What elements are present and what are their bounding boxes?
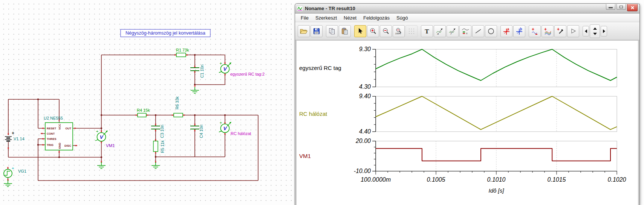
pin-out: OUT (65, 127, 71, 130)
autoscale-a-button[interactable]: a (434, 25, 446, 37)
cursor-b-button[interactable]: b (513, 25, 525, 37)
svg-text:+: + (557, 27, 560, 32)
close-button[interactable] (627, 4, 638, 11)
tool-group-3: Ta?x (421, 25, 497, 37)
svg-text:100%: 100% (395, 32, 401, 35)
meter2-plus: + (220, 120, 222, 125)
zoom-in-button[interactable] (367, 25, 379, 37)
r1-label: R1 73k (176, 48, 189, 52)
open-button[interactable] (298, 25, 310, 37)
ground-icon (97, 162, 106, 169)
component-vm1[interactable]: V + VM1 (95, 129, 115, 148)
add-remove-curve-button[interactable]: + (529, 25, 541, 37)
schematic-canvas[interactable]: Négyszög-háromszög jel konvertálása R1 7… (0, 0, 295, 205)
component-r5[interactable]: R5 11k (153, 140, 165, 153)
add-remove-curve-icon: + (531, 27, 539, 35)
zoom-out-button[interactable] (380, 25, 392, 37)
component-v1[interactable]: + V1 14 (5, 131, 24, 141)
probe-icon: + (556, 27, 564, 35)
svg-text:T: T (425, 27, 429, 35)
legend-button[interactable]: x (459, 25, 471, 37)
autoscale-q-button[interactable]: ? (447, 25, 459, 37)
open-icon (300, 27, 308, 35)
y-tick-label: -10.00 (354, 168, 371, 174)
component-meter-rc-network[interactable]: V + RC hálózat (219, 120, 251, 136)
paste-button[interactable] (339, 25, 351, 37)
title-bar[interactable]: Noname - TR result10 (295, 4, 639, 14)
plot-area[interactable]: 9.304.30egyszerű RC tag9.404.40RC hálóza… (297, 41, 638, 205)
curve-label-0: egyszerű RC tag (299, 65, 341, 71)
component-vg1[interactable]: + VG1 (4, 166, 26, 178)
terminal-marks (7, 54, 226, 181)
minimize-icon (609, 7, 613, 8)
save-button[interactable] (311, 25, 323, 37)
tool-group-6 (583, 24, 607, 38)
menu-item-3[interactable]: Feldolgozás (360, 14, 393, 22)
y-tick-label: 9.40 (359, 93, 371, 99)
ellipse-icon (487, 27, 495, 35)
plot-1: 9.404.40RC hálózat (299, 93, 617, 135)
pin-disc: DISC (64, 144, 72, 147)
probe-button[interactable]: + (554, 25, 566, 37)
x-axis-title: Idô [s] (489, 187, 505, 194)
r5-label: R5 11k (160, 140, 165, 153)
pin-vcc: VCC (58, 124, 61, 130)
text-icon: T (423, 27, 431, 35)
text-button[interactable]: T (421, 25, 433, 37)
y-tick-label: 4.40 (359, 128, 371, 135)
component-c4[interactable]: C4 10n (190, 125, 203, 138)
nav-scroll-button[interactable] (590, 24, 600, 38)
v1-label: V1 14 (14, 137, 24, 141)
meter-plus: + (220, 61, 222, 65)
y-tick-label: 9.30 (359, 46, 371, 52)
component-meter-rc-tag[interactable]: V + egyszerű RC tag:2 (219, 61, 265, 76)
schematic-caption-box[interactable]: Négyszög-háromszög jel konvertálása (121, 29, 210, 37)
grid-button[interactable] (405, 25, 418, 37)
line-icon (474, 27, 482, 35)
grid-icon (408, 27, 415, 35)
copy-button[interactable] (326, 25, 338, 37)
x-tick-label: 0.1010 (487, 176, 506, 183)
restore-icon (620, 6, 623, 8)
menu-item-0[interactable]: File (297, 14, 312, 22)
meter-rc-tag-label: egyszerű RC tag:2 (230, 72, 265, 76)
ellipse-button[interactable] (485, 25, 497, 37)
menu-item-4[interactable]: Súgó (393, 14, 411, 22)
line-button[interactable] (472, 25, 484, 37)
add-curves-button[interactable]: + (542, 25, 554, 37)
cursor-button[interactable] (354, 25, 366, 37)
component-c1[interactable]: C1 10n (190, 65, 204, 78)
add-curves-icon: + (543, 27, 552, 35)
component-u2-ne555[interactable]: U2 NE555 RESET CONT THRES TRIG OUT DISC … (44, 116, 73, 150)
component-r6[interactable]: R6 33k (174, 96, 183, 117)
minimize-button[interactable] (606, 4, 615, 10)
cursor-a-button[interactable]: a (500, 25, 512, 37)
autoscale-a-icon: a (436, 27, 444, 35)
marker-button[interactable] (567, 25, 579, 37)
menu-item-1[interactable]: Szerkeszt (312, 14, 340, 22)
nav-prev-icon (584, 29, 588, 33)
svg-text:b: b (520, 27, 522, 31)
x-axis: 100.0000m0.10050.10100.10150.1020Idô [s] (361, 171, 626, 194)
restore-button[interactable] (616, 4, 626, 10)
marker-icon (569, 27, 577, 35)
nav-next-icon (602, 29, 606, 33)
plot-0: 9.304.30egyszerű RC tag (299, 46, 617, 90)
tr-result-window: Noname - TR result10 FileSzerkesztNézetF… (295, 3, 640, 205)
vm1-v-letter: V (100, 134, 104, 140)
schematic-caption: Négyszög-háromszög jel konvertálása (125, 30, 205, 36)
meter2-v-letter: V (223, 126, 227, 131)
v1-plus: + (12, 131, 14, 136)
tool-group-0 (298, 25, 323, 37)
nav-next-button[interactable] (601, 26, 607, 36)
legend-icon: x (461, 27, 470, 35)
app-icon (297, 6, 303, 11)
paste-icon (341, 27, 349, 35)
autoscale-q-icon: ? (448, 27, 457, 35)
menu-item-2[interactable]: Nézet (340, 14, 360, 22)
nav-prev-button[interactable] (583, 26, 589, 36)
vm1-label: VM1 (106, 143, 115, 148)
zoom-100-button[interactable]: 100% (393, 25, 405, 37)
component-c3[interactable]: C3 10n (151, 125, 164, 138)
diagram-client-area[interactable]: 9.304.30egyszerű RC tag9.404.40RC hálóza… (297, 41, 638, 205)
